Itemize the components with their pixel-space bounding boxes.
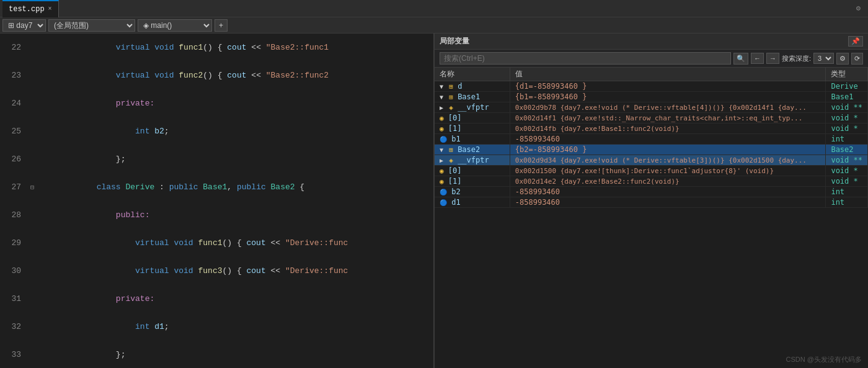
panel-title: 局部变量 [440,36,469,47]
code-lines: 22 virtual void func1() { cout << "Base2… [0,34,433,368]
var-type: void * [826,166,868,176]
var-value: -858993460 [510,134,826,145]
var-value: {d1=-858993460 } [510,81,826,92]
var-name: ▼ ⊞ d [435,81,510,92]
scope-dropdown[interactable]: (全局范围) [48,19,135,32]
line-gutter[interactable]: ⊟ [26,184,38,191]
int-icon: 🔵 [440,189,447,195]
panel-controls-top: ⚙ [851,4,866,13]
search-bar: 🔍 ← → 搜索深度: 3 1 2 5 ⚙ ⟳ [435,50,868,68]
var-value: 0x002d9b78 {day7.exe!void (* Derive::vft… [510,102,826,113]
line-number: 28 [0,210,26,220]
col-name: 名称 [435,68,510,81]
depth-label: 搜索深度: [782,54,811,63]
var-name: ◉ [1] [435,123,510,134]
expand-icon[interactable]: ▼ [440,94,443,101]
var-value: {b1=-858993460 } [510,92,826,102]
line-content: virtual void func3() { cout << "Derive::… [38,257,433,285]
var-name: ▼ ⊞ Base2 [435,145,510,155]
table-row: 25 int b2; [0,117,433,145]
line-content: class Derive : public Base1, public Base… [38,173,433,201]
var-name: ▼ ⊞ Base1 [435,92,510,102]
var-value: 0x002d14e2 {day7.exe!Base2::func2(void)} [510,176,826,187]
main-area: 22 virtual void func1() { cout << "Base2… [0,34,868,368]
list-item[interactable]: ▼ ⊞ Base2 {b2=-858993460 } Base2 [435,145,868,155]
nav-forward-btn[interactable]: → [766,53,779,64]
list-item[interactable]: ▼ ⊞ d {d1=-858993460 } Derive [435,81,868,92]
var-name: ▶ ◈ __vfptr [435,102,510,113]
line-number: 26 [0,155,26,164]
line-content: }; [38,341,433,368]
vars-table: 名称 值 类型 ▼ ⊞ d {d1=-858993460 } D [435,68,868,368]
symbol-dropdown[interactable]: ◈ main() [138,19,212,32]
var-name: 🔵 d1 [435,197,510,208]
line-content: int d1; [38,313,433,341]
tab-close-btn[interactable]: × [48,6,52,12]
line-number: 23 [0,71,26,80]
var-type: void ** [826,155,868,166]
var-type: void * [826,113,868,123]
var-name: ◉ [1] [435,176,510,187]
table-row: 23 virtual void func2() { cout << "Base2… [0,61,433,89]
search-input[interactable] [440,52,731,65]
expand-icon[interactable]: ▼ [440,83,443,90]
search-btn[interactable]: 🔍 [733,53,748,65]
var-value: 0x002d14f1 {day7.exe!std::_Narrow_char_t… [510,113,826,123]
list-item[interactable]: ◉ [0] 0x002d14f1 {day7.exe!std::_Narrow_… [435,113,868,123]
refresh-btn[interactable]: ⟳ [851,53,863,65]
locals-panel: 局部变量 📌 🔍 ← → 搜索深度: 3 1 2 5 ⚙ ⟳ [434,34,868,368]
list-item[interactable]: ◉ [1] 0x002d14e2 {day7.exe!Base2::func2(… [435,176,868,187]
line-number: 32 [0,322,26,331]
watermark: CSDN @头发没有代码多 [786,355,862,364]
settings-btn[interactable]: ⚙ [856,4,861,13]
line-number: 27 [0,182,26,192]
toolbar: ⊞ day7 (全局范围) ◈ main() + [0,17,868,34]
var-value: 0x002d9d34 {day7.exe!void (* Derive::vft… [510,155,826,166]
line-content: public: [38,201,433,229]
ptr-icon: ◉ [440,167,444,175]
var-name: 🔵 b1 [435,134,510,145]
var-type: void * [826,176,868,187]
add-btn[interactable]: + [215,19,228,32]
expand-icon[interactable]: ▶ [440,157,443,164]
tab-test-cpp[interactable]: test.cpp × [2,0,59,17]
col-type: 类型 [826,68,868,81]
pin-btn[interactable]: 📌 [848,36,863,47]
line-content: }; [38,145,433,173]
list-item[interactable]: 🔵 b2 -858993460 int [435,187,868,197]
depth-select[interactable]: 3 1 2 5 [813,53,834,64]
line-number: 25 [0,127,26,136]
list-item[interactable]: 🔵 b1 -858993460 int [435,134,868,145]
list-item[interactable]: ◉ [0] 0x002d1500 {day7.exe![thunk]:Deriv… [435,166,868,176]
table-row: 31 private: [0,285,433,313]
var-type: void ** [826,102,868,113]
list-item[interactable]: 🔵 d1 -858993460 int [435,197,868,208]
var-value: -858993460 [510,187,826,197]
var-type: Base2 [826,145,868,155]
expand-icon[interactable]: ▶ [440,104,443,111]
table-row: 29 virtual void func1() { cout << "Deriv… [0,229,433,257]
expand-icon[interactable]: ▼ [440,146,443,153]
code-editor: 22 virtual void func1() { cout << "Base2… [0,34,434,368]
obj-icon: ⊞ [449,83,453,91]
collapse-icon[interactable]: ⊟ [30,184,34,191]
col-value: 值 [510,68,826,81]
tab-bar: test.cpp × ⚙ [0,0,868,17]
list-item[interactable]: ▶ ◈ __vfptr 0x002d9d34 {day7.exe!void (*… [435,155,868,166]
file-dropdown[interactable]: ⊞ day7 [2,19,46,32]
nav-back-btn[interactable]: ← [751,53,764,64]
table-row: 27 ⊟ class Derive : public Base1, public… [0,173,433,201]
list-item[interactable]: ▶ ◈ __vfptr 0x002d9b78 {day7.exe!void (*… [435,102,868,113]
filter-btn[interactable]: ⚙ [836,53,849,65]
var-value: {b2=-858993460 } [510,145,826,155]
list-item[interactable]: ▼ ⊞ Base1 {b1=-858993460 } Base1 [435,92,868,102]
var-name: ▶ ◈ __vfptr [435,155,510,166]
list-item[interactable]: ◉ [1] 0x002d14fb {day7.exe!Base1::func2(… [435,123,868,134]
obj-icon: ⊞ [449,93,453,101]
line-content: virtual void func1() { cout << "Base2::f… [38,34,433,61]
line-number: 22 [0,43,26,52]
var-name: ◉ [0] [435,166,510,176]
tab-label: test.cpp [9,5,45,14]
line-number: 33 [0,350,26,359]
ptr-icon: ◈ [449,156,453,164]
